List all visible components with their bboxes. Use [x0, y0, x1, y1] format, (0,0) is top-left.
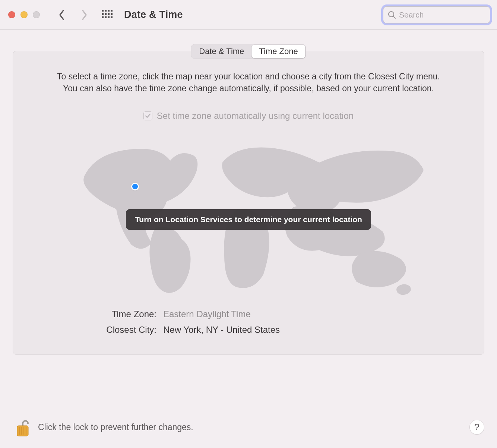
window-title: Date & Time	[124, 9, 183, 20]
instruction-line: You can also have the time zone change a…	[35, 83, 462, 94]
svg-rect-8	[102, 16, 104, 18]
svg-rect-3	[111, 10, 113, 12]
auto-timezone-row: Set time zone automatically using curren…	[13, 111, 484, 121]
auto-timezone-label: Set time zone automatically using curren…	[157, 111, 354, 121]
svg-rect-5	[105, 13, 107, 15]
footer: Click the lock to prevent further change…	[15, 417, 484, 438]
close-window-button[interactable]	[8, 11, 15, 18]
svg-rect-10	[108, 16, 110, 18]
svg-rect-7	[111, 13, 113, 15]
svg-rect-2	[108, 10, 110, 12]
checkmark-icon	[145, 113, 151, 119]
grid-icon	[102, 10, 113, 19]
svg-rect-0	[102, 10, 104, 12]
svg-rect-1	[105, 10, 107, 12]
auto-timezone-checkbox[interactable]	[143, 111, 152, 120]
show-all-button[interactable]	[102, 10, 113, 20]
instruction-line: To select a time zone, click the map nea…	[35, 71, 462, 82]
svg-line-13	[393, 16, 396, 18]
time-zone-label: Time Zone:	[13, 309, 156, 319]
closest-city-label: Closest City:	[13, 325, 156, 335]
lock-button[interactable]	[15, 417, 31, 438]
preference-panel: Date & Time Time Zone To select a time z…	[13, 51, 484, 355]
timezone-info: Time Zone: Eastern Daylight Time Closest…	[13, 309, 484, 335]
tab-time-zone[interactable]: Time Zone	[251, 45, 305, 58]
back-button[interactable]	[53, 6, 70, 23]
svg-rect-6	[108, 13, 110, 15]
svg-rect-9	[105, 16, 107, 18]
zoom-window-button[interactable]	[33, 11, 40, 18]
svg-rect-11	[111, 16, 113, 18]
svg-rect-4	[102, 13, 104, 15]
search-icon	[388, 11, 396, 19]
location-pin	[132, 184, 138, 189]
window-controls	[8, 11, 40, 18]
search-input[interactable]	[399, 10, 485, 19]
timezone-map[interactable]: Turn on Location Services to determine y…	[24, 135, 473, 299]
chevron-right-icon	[80, 9, 88, 20]
lock-hint-text: Click the lock to prevent further change…	[38, 422, 193, 432]
help-label: ?	[474, 422, 479, 432]
minimize-window-button[interactable]	[20, 11, 28, 18]
svg-rect-14	[17, 426, 28, 436]
time-zone-value: Eastern Daylight Time	[163, 309, 251, 319]
location-services-toast: Turn on Location Services to determine y…	[126, 209, 371, 230]
toolbar: Date & Time	[0, 0, 497, 30]
help-button[interactable]: ?	[469, 420, 484, 435]
search-field[interactable]	[383, 6, 490, 23]
closest-city-value[interactable]: New York, NY - United States	[163, 325, 280, 335]
unlocked-padlock-icon	[16, 418, 31, 438]
tab-bar: Date & Time Time Zone	[191, 44, 306, 59]
chevron-left-icon	[58, 9, 66, 20]
tab-date-and-time[interactable]: Date & Time	[191, 45, 251, 58]
forward-button[interactable]	[76, 6, 93, 23]
